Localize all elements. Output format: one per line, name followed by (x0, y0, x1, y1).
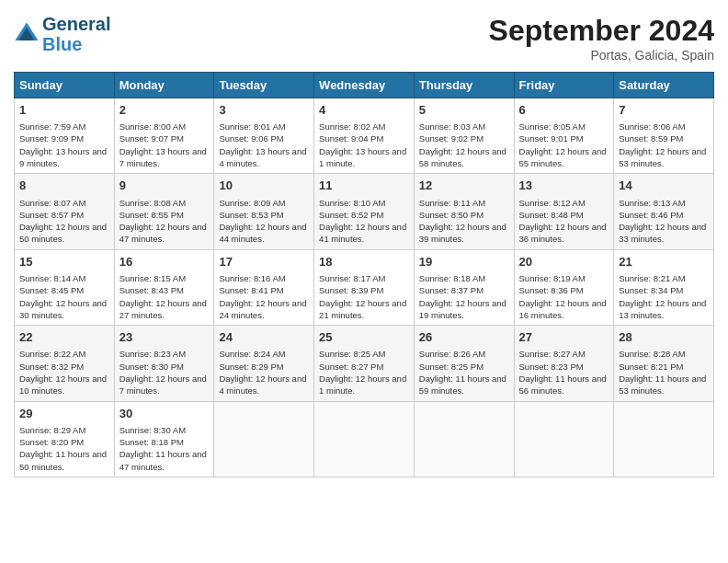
cell-info: Sunset: 8:43 PM (119, 284, 210, 296)
calendar-cell: 23Sunrise: 8:23 AMSunset: 8:30 PMDayligh… (114, 326, 214, 401)
cell-info: Sunset: 8:45 PM (19, 284, 109, 296)
cell-info: Sunset: 8:32 PM (19, 361, 109, 373)
day-number: 22 (19, 329, 109, 346)
calendar-cell: 21Sunrise: 8:21 AMSunset: 8:34 PMDayligh… (614, 249, 714, 325)
day-number: 21 (619, 254, 709, 270)
cell-info: Sunrise: 8:08 AM (119, 197, 210, 209)
day-number: 19 (419, 254, 509, 270)
cell-info: Daylight: 12 hours and 50 minutes. (19, 221, 109, 246)
cell-info: Sunrise: 8:22 AM (19, 348, 109, 360)
calendar-cell: 17Sunrise: 8:16 AMSunset: 8:41 PMDayligh… (214, 249, 314, 325)
calendar-cell: 25Sunrise: 8:25 AMSunset: 8:27 PMDayligh… (314, 326, 415, 401)
day-number: 3 (219, 102, 309, 119)
cell-info: Daylight: 12 hours and 19 minutes. (419, 297, 509, 322)
cell-info: Daylight: 11 hours and 47 minutes. (119, 448, 210, 473)
cell-info: Sunset: 9:01 PM (519, 132, 609, 144)
calendar-header-saturday: Saturday (614, 73, 714, 98)
cell-info: Sunrise: 8:19 AM (519, 272, 609, 284)
day-number: 24 (219, 329, 309, 346)
cell-info: Sunset: 8:25 PM (419, 361, 509, 373)
calendar-cell: 28Sunrise: 8:28 AMSunset: 8:21 PMDayligh… (614, 326, 714, 401)
cell-info: Sunset: 8:39 PM (319, 284, 409, 296)
cell-info: Daylight: 12 hours and 58 minutes. (419, 145, 509, 170)
day-number: 23 (119, 329, 210, 346)
cell-info: Daylight: 12 hours and 55 minutes. (519, 145, 609, 170)
cell-info: Sunrise: 8:03 AM (419, 121, 509, 132)
cell-info: Sunrise: 8:14 AM (19, 272, 109, 284)
cell-info: Sunset: 9:09 PM (19, 132, 109, 144)
calendar-header-friday: Friday (514, 73, 614, 98)
day-number: 16 (119, 254, 210, 270)
cell-info: Sunset: 9:02 PM (419, 132, 509, 144)
logo: General Blue (14, 14, 110, 54)
cell-info: Daylight: 12 hours and 24 minutes. (219, 297, 309, 322)
cell-info: Daylight: 11 hours and 53 minutes. (619, 373, 709, 397)
cell-info: Sunset: 8:36 PM (519, 284, 609, 296)
cell-info: Sunrise: 8:10 AM (319, 197, 409, 209)
cell-info: Daylight: 12 hours and 41 minutes. (319, 221, 409, 246)
calendar-cell: 4Sunrise: 8:02 AMSunset: 9:04 PMDaylight… (314, 98, 415, 174)
cell-info: Sunrise: 8:02 AM (319, 121, 409, 132)
day-number: 10 (219, 178, 309, 194)
logo-text-general: General (42, 14, 110, 34)
cell-info: Sunrise: 7:59 AM (19, 121, 109, 132)
day-number: 18 (319, 254, 409, 270)
day-number: 28 (619, 329, 709, 346)
cell-info: Sunset: 8:55 PM (119, 209, 210, 221)
calendar-cell: 20Sunrise: 8:19 AMSunset: 8:36 PMDayligh… (514, 249, 614, 325)
cell-info: Sunrise: 8:29 AM (19, 424, 109, 436)
day-number: 29 (19, 406, 109, 422)
cell-info: Sunset: 8:41 PM (219, 284, 309, 296)
cell-info: Sunset: 9:06 PM (219, 132, 309, 144)
cell-info: Sunset: 8:52 PM (319, 209, 409, 221)
cell-info: Sunset: 8:53 PM (219, 209, 309, 221)
day-number: 30 (119, 406, 210, 422)
calendar-week-2: 8Sunrise: 8:07 AMSunset: 8:57 PMDaylight… (15, 174, 714, 249)
calendar-header-thursday: Thursday (414, 73, 514, 98)
calendar-cell (214, 401, 314, 477)
cell-info: Sunset: 8:21 PM (619, 361, 709, 373)
day-number: 13 (519, 178, 609, 194)
cell-info: Sunrise: 8:13 AM (619, 197, 709, 209)
cell-info: Daylight: 11 hours and 50 minutes. (19, 448, 109, 473)
cell-info: Daylight: 12 hours and 1 minute. (319, 373, 409, 397)
cell-info: Daylight: 13 hours and 9 minutes. (19, 145, 109, 170)
cell-info: Daylight: 12 hours and 53 minutes. (619, 145, 709, 170)
day-number: 1 (19, 102, 109, 119)
day-number: 26 (419, 329, 509, 346)
cell-info: Sunset: 8:57 PM (19, 209, 109, 221)
calendar-cell: 16Sunrise: 8:15 AMSunset: 8:43 PMDayligh… (114, 249, 214, 325)
day-number: 17 (219, 254, 309, 270)
cell-info: Daylight: 12 hours and 47 minutes. (119, 221, 210, 246)
calendar-cell: 14Sunrise: 8:13 AMSunset: 8:46 PMDayligh… (614, 174, 714, 249)
cell-info: Daylight: 12 hours and 10 minutes. (19, 373, 109, 397)
cell-info: Sunrise: 8:09 AM (219, 197, 309, 209)
calendar-cell: 13Sunrise: 8:12 AMSunset: 8:48 PMDayligh… (514, 174, 614, 249)
calendar-cell: 22Sunrise: 8:22 AMSunset: 8:32 PMDayligh… (15, 326, 115, 401)
cell-info: Sunrise: 8:17 AM (319, 272, 409, 284)
calendar-cell (614, 401, 714, 477)
cell-info: Sunrise: 8:15 AM (119, 272, 210, 284)
cell-info: Daylight: 12 hours and 7 minutes. (119, 373, 210, 397)
day-number: 11 (319, 178, 409, 194)
cell-info: Sunset: 8:23 PM (519, 361, 609, 373)
calendar-header-sunday: Sunday (15, 73, 115, 98)
calendar-week-5: 29Sunrise: 8:29 AMSunset: 8:20 PMDayligh… (15, 401, 714, 477)
cell-info: Daylight: 13 hours and 7 minutes. (119, 145, 210, 170)
calendar-cell: 10Sunrise: 8:09 AMSunset: 8:53 PMDayligh… (214, 174, 314, 249)
day-number: 14 (619, 178, 709, 194)
cell-info: Sunset: 8:30 PM (119, 361, 210, 373)
calendar-cell: 11Sunrise: 8:10 AMSunset: 8:52 PMDayligh… (314, 174, 415, 249)
calendar-week-1: 1Sunrise: 7:59 AMSunset: 9:09 PMDaylight… (15, 98, 714, 174)
logo-text-blue: Blue (42, 34, 110, 54)
day-number: 7 (619, 102, 709, 119)
cell-info: Daylight: 12 hours and 27 minutes. (119, 297, 210, 322)
cell-info: Sunrise: 8:07 AM (19, 197, 109, 209)
day-number: 4 (319, 102, 409, 119)
cell-info: Daylight: 13 hours and 4 minutes. (219, 145, 309, 170)
day-number: 25 (319, 329, 409, 346)
calendar-cell: 7Sunrise: 8:06 AMSunset: 8:59 PMDaylight… (614, 98, 714, 174)
calendar-cell: 2Sunrise: 8:00 AMSunset: 9:07 PMDaylight… (114, 98, 214, 174)
cell-info: Sunrise: 8:18 AM (419, 272, 509, 284)
day-number: 15 (19, 254, 109, 270)
